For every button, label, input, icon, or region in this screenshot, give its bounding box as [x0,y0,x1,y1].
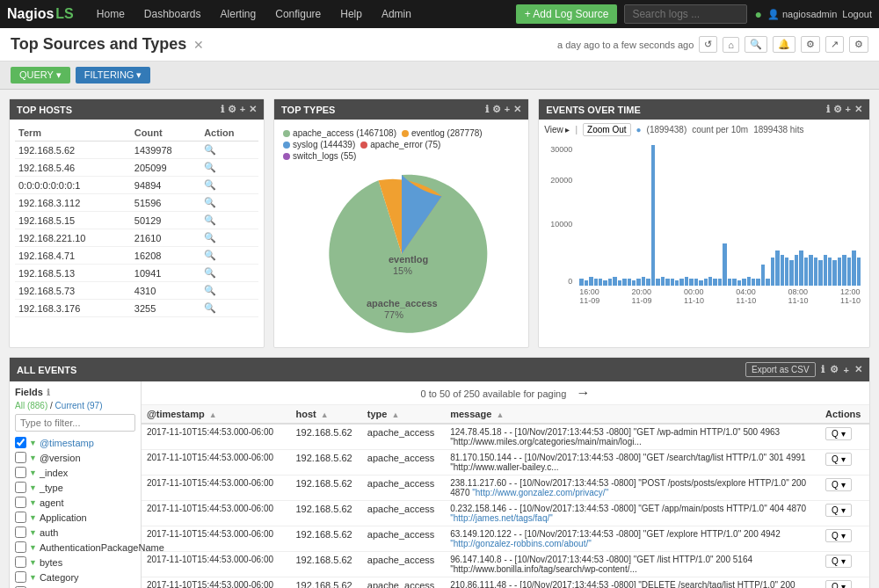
fields-filter-input[interactable] [15,414,135,432]
bar-item[interactable] [651,145,655,286]
bar-item[interactable] [671,279,674,286]
bar-item[interactable] [761,265,765,286]
bar-item[interactable] [857,258,861,286]
fields-current-link[interactable]: Current (97) [55,401,103,410]
bar-item[interactable] [728,279,731,286]
bar-item[interactable] [689,279,693,286]
bar-item[interactable] [804,258,808,286]
search-host-button[interactable]: 🔍 [204,179,216,191]
message-link[interactable]: "http://www.gonzalez.com/privacy/" [472,488,608,497]
events-info2-icon[interactable]: ℹ [821,364,825,375]
field-item[interactable]: ▼ bytes [15,555,135,570]
home-button[interactable]: ⌂ [723,37,739,53]
bar-item[interactable] [594,279,598,286]
bar-item[interactable] [799,250,803,286]
action-search-button[interactable]: Q ▾ [825,580,852,588]
settings-button[interactable]: ⚙ [801,36,820,53]
field-checkbox[interactable] [15,541,26,553]
types-close-icon[interactable]: ✕ [513,104,521,115]
bar-item[interactable] [814,258,817,286]
bar-item[interactable] [842,255,846,286]
field-checkbox[interactable] [15,497,26,508]
bar-item[interactable] [685,277,688,286]
bar-item[interactable] [723,243,726,286]
search-host-button[interactable]: 🔍 [204,197,216,208]
bar-item[interactable] [665,279,669,286]
bar-item[interactable] [742,279,745,286]
search-host-button[interactable]: 🔍 [204,214,216,226]
types-gear-icon[interactable]: ⚙ [492,104,501,115]
action-search-button[interactable]: Q ▾ [825,529,852,542]
zoom-out-button[interactable]: Zoom Out [583,123,630,136]
nav-configure[interactable]: Configure [266,3,330,25]
bar-item[interactable] [642,277,645,286]
bell-button[interactable]: 🔔 [773,36,795,53]
bar-item[interactable] [737,280,741,286]
gear-icon[interactable]: ⚙ [228,104,236,115]
view-label[interactable]: View ▸ [544,125,570,134]
col-message[interactable]: message ▲ [445,405,820,424]
field-item[interactable]: ▼ agent [15,495,135,510]
events-close2-icon[interactable]: ✕ [854,364,862,375]
close-panel-icon[interactable]: ✕ [249,104,257,115]
field-checkbox[interactable] [15,437,26,448]
bar-item[interactable] [704,279,708,286]
search-host-button[interactable]: 🔍 [204,285,216,296]
bar-item[interactable] [632,280,636,286]
search-host-button[interactable]: 🔍 [204,232,216,243]
fields-all-link[interactable]: All (886) [15,401,47,410]
col-timestamp[interactable]: @timestamp ▲ [142,405,290,424]
bar-item[interactable] [766,279,769,286]
field-item[interactable]: ▼ Category [15,570,135,584]
field-item[interactable]: ▼ @timestamp [15,435,135,450]
filtering-button[interactable]: FILTERING ▾ [76,67,151,83]
bar-item[interactable] [756,279,759,286]
nav-admin[interactable]: Admin [373,3,420,25]
action-search-button[interactable]: Q ▾ [825,478,852,491]
bar-item[interactable] [679,279,683,286]
search-host-button[interactable]: 🔍 [204,267,216,279]
bar-item[interactable] [752,279,755,286]
bar-item[interactable] [661,277,665,286]
bar-item[interactable] [747,277,751,286]
events-add2-icon[interactable]: + [844,365,849,375]
bar-item[interactable] [579,279,583,286]
bar-item[interactable] [708,277,712,286]
field-item[interactable]: ▼ _index [15,465,135,480]
nav-home[interactable]: Home [88,3,134,25]
query-button[interactable]: QUERY ▾ [11,67,70,83]
field-item[interactable]: ▼ Application [15,510,135,525]
field-checkbox[interactable] [15,512,26,523]
events-close-icon[interactable]: ✕ [854,104,862,115]
bar-item[interactable] [828,258,832,286]
bar-item[interactable] [589,277,592,286]
fields-info-icon[interactable]: ℹ [47,388,50,397]
bar-item[interactable] [718,279,722,286]
bar-item[interactable] [832,260,836,286]
refresh-button[interactable]: ↺ [699,36,717,53]
bar-item[interactable] [613,277,616,286]
bar-item[interactable] [622,279,626,286]
bar-item[interactable] [656,279,659,286]
field-item[interactable]: ▼ @version [15,450,135,465]
field-item[interactable]: ▼ Channel [15,584,135,588]
export-csv-button[interactable]: Export as CSV [745,362,816,377]
nav-dashboards[interactable]: Dashboards [135,3,210,25]
bar-item[interactable] [847,258,851,286]
search-host-button[interactable]: 🔍 [204,162,216,173]
action-search-button[interactable]: Q ▾ [825,555,852,568]
bar-item[interactable] [732,279,736,286]
bar-item[interactable] [775,250,779,286]
search-host-button[interactable]: 🔍 [204,302,216,314]
message-link[interactable]: "http://james.net/tags/faq/" [450,513,553,523]
bar-item[interactable] [771,258,774,286]
logout-button[interactable]: Logout [842,9,872,19]
bar-item[interactable] [785,258,788,286]
user-button[interactable]: 👤 nagiosadmin [767,9,837,20]
field-item[interactable]: ▼ _type [15,480,135,495]
bar-item[interactable] [585,280,588,286]
bar-item[interactable] [618,280,621,286]
col-host[interactable]: host ▲ [290,405,361,424]
bar-item[interactable] [694,279,698,286]
field-checkbox[interactable] [15,482,26,493]
